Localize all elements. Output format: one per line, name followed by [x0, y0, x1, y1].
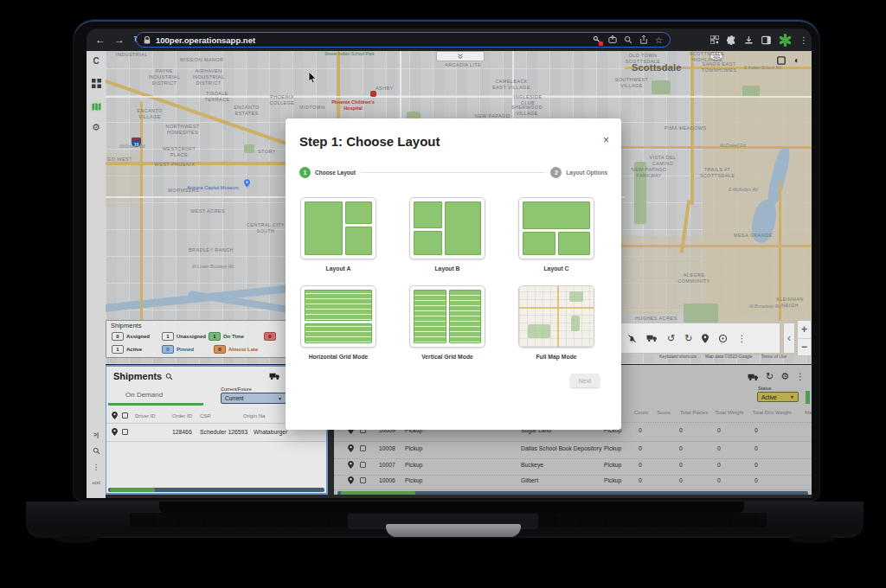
url-text: 100per.operationsapp.net [156, 35, 586, 45]
stepper-line [361, 172, 545, 173]
tile-label: Vertical Grid Mode [409, 354, 485, 360]
tile-horizontal-grid[interactable] [300, 285, 376, 348]
tile-label: Horizontal Grid Mode [300, 354, 376, 360]
laptop-hinge [159, 502, 744, 513]
stage: ← → ↻ 100per.operationsapp.net [0, 0, 886, 588]
tile-vertical-grid[interactable] [409, 285, 485, 348]
laptop-foot-left [54, 535, 99, 543]
lock-icon [144, 36, 151, 44]
stepper: 1 Choose Layout 2 Layout Options [299, 165, 607, 179]
tile-label: Layout B [409, 265, 485, 272]
bookmark-star-icon[interactable]: ☆ [655, 35, 663, 45]
step-1-label: Choose Layout [315, 169, 356, 176]
close-icon[interactable]: × [603, 134, 609, 146]
tile-label: Layout A [300, 265, 376, 272]
tile-layout-c[interactable] [518, 197, 594, 259]
step-2-label: Layout Options [566, 169, 607, 176]
tile-label: Full Map Mode [518, 354, 594, 360]
choose-layout-modal: Step 1: Choose Layout × 1 Choose Layout … [286, 118, 621, 430]
forward-icon[interactable]: → [114, 35, 125, 45]
step-2-circle: 2 [550, 167, 562, 178]
downloads-icon[interactable] [744, 35, 754, 45]
modal-title: Step 1: Choose Layout [299, 134, 440, 149]
send-tab-icon[interactable] [608, 35, 617, 44]
tile-layout-b[interactable] [409, 197, 485, 259]
app-area: C ⚙ >| ⋮ ‹cxt [87, 51, 812, 498]
laptop-lid-notch [386, 524, 521, 537]
share-icon[interactable] [639, 35, 648, 44]
laptop-foot-right [789, 535, 834, 543]
side-panel-icon[interactable] [761, 35, 771, 45]
address-bar[interactable]: 100per.operationsapp.net ☆ [136, 32, 671, 48]
step-1-circle: 1 [299, 167, 311, 178]
tile-layout-a[interactable] [300, 197, 376, 259]
browser-menu-icon[interactable]: ⋮ [799, 35, 808, 45]
screen: ← → ↻ 100per.operationsapp.net [87, 29, 812, 498]
tile-full-map[interactable] [518, 285, 594, 348]
browser-toolbar: ← → ↻ 100per.operationsapp.net [87, 29, 812, 51]
zoom-icon[interactable] [624, 35, 632, 44]
tile-label: Layout C [518, 265, 594, 272]
cxt-extension-asterisk-icon[interactable] [779, 34, 792, 47]
qr-code-icon[interactable] [710, 35, 719, 44]
next-button-disabled[interactable]: Next [570, 374, 600, 387]
back-icon[interactable]: ← [95, 35, 106, 45]
extensions-puzzle-icon[interactable] [727, 35, 736, 45]
chrome-right-icons: ⋮ [710, 29, 808, 51]
key-icon[interactable] [593, 35, 601, 44]
key-badge [599, 42, 603, 46]
